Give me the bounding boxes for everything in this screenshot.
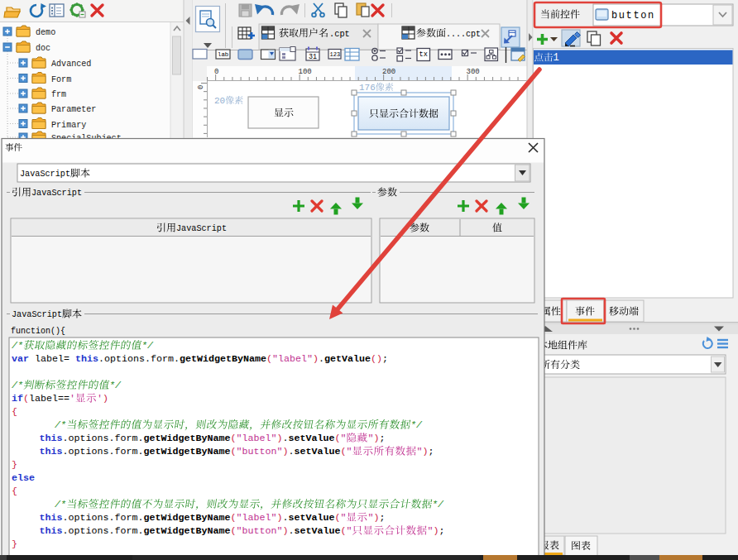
svg-text:label==: label== — [29, 393, 69, 404]
svg-text:getWidgetByName: getWidgetByName — [144, 433, 231, 444]
svg-text:.: . — [289, 525, 295, 537]
svg-text:getWidgetByName: getWidgetByName — [144, 446, 231, 457]
svg-text:100: 100 — [299, 68, 312, 76]
svg-text:": " — [368, 433, 374, 444]
svg-text:): ) — [434, 525, 439, 537]
svg-text:): ) — [283, 446, 289, 457]
svg-text:/*: /* — [55, 499, 66, 510]
svg-text:getWidgetByName: getWidgetByName — [180, 353, 266, 365]
svg-text:label=: label= — [29, 353, 75, 365]
svg-text:): ) — [374, 512, 380, 524]
svg-text:": " — [347, 446, 352, 457]
svg-text:.: . — [283, 512, 289, 524]
svg-text:}: } — [12, 459, 17, 471]
svg-text:}: } — [12, 538, 17, 550]
svg-text:this: this — [40, 433, 63, 444]
svg-text:176: 176 — [359, 83, 376, 93]
svg-text:(: ( — [266, 353, 272, 365]
svg-text:button: button — [611, 10, 655, 22]
svg-text:': ' — [97, 393, 103, 404]
svg-text:': ' — [69, 393, 75, 404]
svg-text:): ) — [423, 446, 429, 457]
svg-text:.options.form.: .options.form. — [63, 512, 144, 524]
svg-text:doc: doc — [36, 42, 50, 53]
svg-text:(: ( — [335, 512, 341, 524]
svg-text:JavaScript: JavaScript — [12, 309, 62, 319]
svg-text:this: this — [40, 446, 63, 457]
svg-text:123: 123 — [330, 50, 341, 58]
svg-text:): ) — [313, 353, 319, 365]
svg-text:;: ; — [382, 353, 388, 365]
svg-text:.cpt: .cpt — [329, 29, 350, 39]
svg-text:function(){: function(){ — [11, 325, 65, 336]
svg-text:"button": "button" — [237, 446, 283, 457]
svg-text:tx: tx — [419, 50, 428, 59]
svg-text:getValue: getValue — [324, 353, 371, 365]
svg-text:): ) — [277, 433, 283, 444]
svg-text:"label": "label" — [237, 433, 277, 444]
svg-text:": " — [341, 433, 347, 444]
svg-text:.: . — [283, 433, 289, 444]
svg-text:): ) — [103, 393, 108, 404]
svg-text:": " — [428, 525, 434, 537]
svg-text:20: 20 — [214, 96, 225, 106]
svg-text:(: ( — [341, 446, 347, 457]
svg-text:.: . — [289, 446, 295, 457]
svg-text:(: ( — [231, 525, 237, 537]
svg-text:": " — [341, 512, 347, 524]
svg-text:.options.form.: .options.form. — [63, 433, 144, 444]
svg-text:getWidgetByName: getWidgetByName — [144, 512, 231, 524]
svg-text:): ) — [277, 512, 283, 524]
svg-text:JavaScript: JavaScript — [31, 188, 82, 198]
svg-text:0: 0 — [214, 68, 218, 76]
svg-text:JavaScript: JavaScript — [20, 169, 70, 179]
svg-text:(: ( — [335, 433, 341, 444]
svg-text:(: ( — [231, 512, 237, 524]
svg-text:200: 200 — [382, 68, 395, 76]
svg-text:"button": "button" — [237, 525, 283, 537]
svg-text:this: this — [40, 512, 63, 524]
svg-text:Form: Form — [51, 74, 71, 84]
svg-text:(): () — [371, 353, 382, 365]
svg-text:*/: */ — [141, 340, 154, 352]
svg-text:(: ( — [231, 446, 237, 457]
svg-text:): ) — [283, 525, 289, 537]
svg-text:lab: lab — [218, 50, 228, 58]
svg-text:setValue: setValue — [295, 525, 341, 537]
svg-text:Parameter: Parameter — [51, 103, 96, 114]
svg-text:"label": "label" — [272, 353, 313, 365]
svg-text:": " — [347, 525, 352, 537]
svg-text:31: 31 — [309, 53, 317, 61]
svg-text:{: { — [12, 486, 17, 497]
svg-text:{: { — [12, 406, 17, 418]
svg-text:Advanced: Advanced — [51, 58, 91, 69]
svg-text:this: this — [40, 525, 63, 537]
svg-text:....cpt: ....cpt — [446, 29, 481, 39]
svg-text:300: 300 — [467, 68, 480, 76]
svg-text:": " — [417, 446, 423, 457]
svg-text:setValue: setValue — [289, 433, 335, 444]
svg-text:): ) — [374, 433, 380, 444]
svg-text:.options.form.: .options.form. — [98, 353, 180, 365]
svg-text:1: 1 — [554, 52, 559, 64]
svg-text:*/: */ — [109, 380, 122, 391]
svg-text:else: else — [12, 472, 35, 484]
svg-text:.options.form.: .options.form. — [63, 525, 144, 537]
svg-text:var: var — [12, 353, 29, 365]
svg-text:": " — [368, 512, 374, 524]
svg-text:;: ; — [429, 446, 434, 457]
svg-text:setValue: setValue — [289, 512, 335, 524]
svg-text:"label": "label" — [237, 512, 277, 524]
svg-text:/*: /* — [12, 340, 23, 352]
svg-text:demo: demo — [36, 26, 55, 37]
svg-text:getWidgetByName: getWidgetByName — [144, 525, 231, 537]
svg-text:(: ( — [23, 393, 29, 404]
svg-text:(: ( — [231, 433, 237, 444]
svg-text:frm: frm — [51, 89, 66, 99]
svg-text:*/: */ — [410, 419, 423, 431]
svg-text:0: 0 — [197, 85, 205, 89]
svg-text:;: ; — [380, 512, 386, 524]
svg-text:.: . — [319, 353, 324, 365]
svg-text:;: ; — [380, 433, 386, 444]
svg-text:setValue: setValue — [295, 446, 341, 457]
